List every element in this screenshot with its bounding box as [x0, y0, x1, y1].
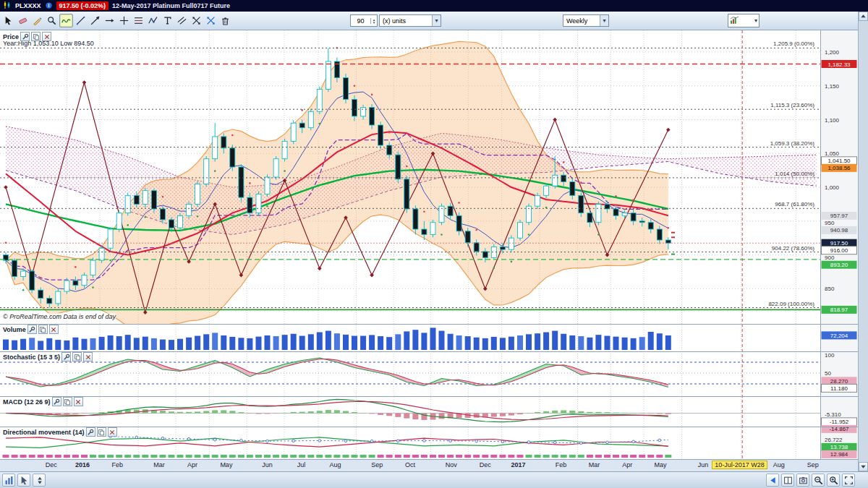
svg-text:13.738: 13.738 — [830, 444, 848, 450]
chart-style-dropdown[interactable]: ▾ — [728, 14, 760, 27]
panel-close-button[interactable] — [83, 352, 93, 361]
panel-close-button[interactable] — [49, 325, 59, 334]
timeframe-dropdown[interactable]: Weekly ▾ — [563, 14, 609, 27]
svg-text:968.7 (61.80%): 968.7 (61.80%) — [775, 201, 814, 207]
svg-text:1,100: 1,100 — [825, 117, 840, 124]
sort-arrows-icon — [35, 476, 44, 485]
time-axis-label: Dec — [473, 461, 498, 468]
delete-drawings-tool-button[interactable] — [218, 14, 232, 27]
volume-panel-header: Volume — [1, 325, 60, 334]
svg-text:893.20: 893.20 — [830, 262, 848, 268]
eraser-tool-button[interactable] — [16, 14, 30, 27]
vertical-scrollbar[interactable] — [858, 12, 868, 471]
panel-close-button[interactable] — [42, 32, 51, 41]
highlighted-date-label[interactable]: 10-Jul-2017 W28 — [712, 461, 767, 469]
panel-settings-button[interactable] — [61, 352, 71, 361]
panel-copy-button[interactable] — [63, 397, 72, 406]
ray-line-icon — [90, 16, 100, 25]
freehand-draw-icon — [61, 16, 71, 25]
close-icon — [50, 326, 57, 333]
time-axis-label: Jun — [255, 461, 280, 468]
panel-close-button[interactable] — [108, 427, 117, 437]
parallel-channel-tool-button[interactable] — [175, 14, 189, 27]
svg-text:904.22 (78.60%): 904.22 (78.60%) — [772, 245, 814, 252]
up-arrow-icon — [859, 12, 867, 20]
svg-text:822.09 (100.00%): 822.09 (100.00%) — [768, 301, 814, 307]
pencil-icon — [33, 16, 42, 25]
price-change-badge: 917.50 (-0.02%) — [56, 1, 109, 10]
sort-arrows-button[interactable] — [33, 474, 46, 487]
panel-settings-button[interactable] — [52, 397, 61, 406]
extend-lines-blue-tool-button[interactable] — [204, 14, 218, 27]
units-count-value: 90 — [351, 17, 370, 25]
chart-canvas[interactable]: 1,205.9 (0.00%)1,115.3 (23.60%)1,059.3 (… — [0, 30, 858, 459]
panel-settings-button[interactable] — [27, 325, 37, 334]
info-icon[interactable]: i — [45, 1, 53, 11]
fibonacci-levels-icon — [134, 16, 143, 25]
svg-text:100: 100 — [825, 352, 835, 359]
svg-text:850: 850 — [825, 286, 835, 292]
time-axis-label: Dec — [39, 461, 64, 468]
timeframe-value: Weekly — [566, 17, 587, 25]
titlebar: PLXXXX i 917.50 (-0.02%) 12-May-2017 Pla… — [0, 0, 868, 12]
magnifier-tool-button[interactable] — [45, 14, 59, 27]
zoom-in-icon — [829, 476, 838, 485]
spinner-arrows-icon[interactable]: ▴▾ — [370, 18, 377, 24]
time-axis-label: Aug — [767, 461, 791, 468]
extend-lines-icon — [192, 16, 201, 25]
zoom-out-button[interactable] — [812, 474, 825, 487]
text-note-tool-button[interactable] — [161, 14, 174, 27]
screenshot-icon — [799, 476, 808, 485]
panel-settings-button[interactable] — [86, 427, 95, 437]
panel-copy-button[interactable] — [38, 325, 48, 334]
pointer-button[interactable] — [17, 474, 30, 487]
panel-settings-button[interactable] — [20, 32, 30, 41]
time-axis-label: Sep — [801, 461, 825, 468]
time-axis-label: Jul — [289, 461, 314, 468]
horizontal-line-tool-button[interactable] — [103, 14, 116, 27]
dm-panel-header: Directional movement (14) — [1, 427, 119, 437]
bar-chart-button[interactable] — [2, 474, 15, 487]
wrench-icon — [53, 398, 60, 406]
chart-area: 1,205.9 (0.00%)1,115.3 (23.60%)1,059.3 (… — [0, 30, 858, 459]
mini-chart-icon — [730, 16, 739, 25]
prorealtime-window: PLXXXX i 917.50 (-0.02%) 12-May-2017 Pla… — [0, 0, 868, 488]
panel-copy-button[interactable] — [72, 352, 82, 361]
units-type-dropdown[interactable]: (x) units ▾ — [379, 14, 441, 27]
ray-line-tool-button[interactable] — [88, 14, 102, 27]
stochastic-panel-label: Stochastic (15 3 5) — [3, 354, 60, 361]
cross-line-tool-button[interactable] — [117, 14, 131, 27]
trend-line-tool-button[interactable] — [74, 14, 88, 27]
svg-text:1,014 (50.00%): 1,014 (50.00%) — [775, 171, 814, 177]
scroll-up-button[interactable] — [859, 12, 868, 21]
svg-text:-11.952: -11.952 — [830, 419, 849, 425]
cursor-tool-button[interactable] — [1, 14, 15, 27]
scroll-down-button[interactable] — [859, 462, 868, 471]
volume-panel-label: Volume — [3, 326, 26, 333]
fibonacci-levels-tool-button[interactable] — [132, 14, 145, 27]
svg-text:1,050: 1,050 — [825, 150, 840, 157]
units-count-input[interactable]: 90 ▴▾ — [350, 14, 378, 27]
copy-icon — [39, 326, 46, 333]
screenshot-button[interactable] — [796, 474, 809, 487]
close-icon — [43, 33, 51, 40]
instrument-chart-icon — [3, 1, 12, 11]
panel-close-button[interactable] — [74, 397, 83, 406]
time-axis-label: May — [214, 461, 239, 468]
pencil-tool-button[interactable] — [30, 14, 44, 27]
wrench-icon — [22, 33, 29, 40]
back-arrow-button[interactable] — [766, 474, 779, 487]
panel-copy-button[interactable] — [31, 32, 41, 41]
freehand-draw-tool-button[interactable] — [59, 14, 73, 27]
svg-text:72,204: 72,204 — [830, 333, 848, 339]
zoom-in-button[interactable] — [827, 474, 840, 487]
extend-lines-tool-button[interactable] — [190, 14, 203, 27]
fullscreen-button[interactable] — [842, 474, 855, 487]
eraser-icon — [18, 16, 27, 25]
svg-text:1,200: 1,200 — [825, 49, 840, 56]
panel-copy-button[interactable] — [97, 427, 106, 437]
price-panel-label: Price — [3, 33, 19, 40]
zigzag-pattern-tool-button[interactable] — [146, 14, 160, 27]
chevron-down-icon: ▾ — [432, 15, 441, 26]
window-split-button[interactable] — [781, 474, 794, 487]
